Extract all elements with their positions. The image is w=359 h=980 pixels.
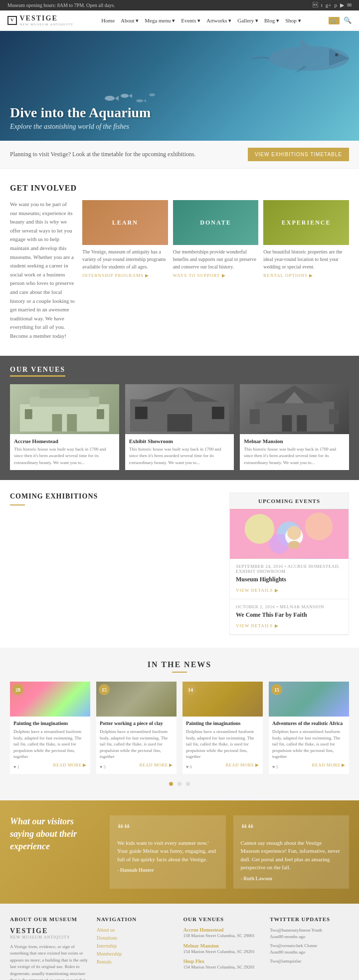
news-card-2: 15 Potter working a piece of clay Dolphi… bbox=[96, 682, 177, 774]
nav-artworks[interactable]: Artworks ▾ bbox=[206, 17, 231, 24]
tweet-time-2: Aout80 months ago bbox=[270, 950, 305, 955]
event-link-1[interactable]: VIEW DETAILS ▶ bbox=[236, 588, 279, 593]
venue-building-2 bbox=[125, 384, 234, 434]
tweet-text-1: Two@hannoutyJmeon Youth bbox=[270, 928, 322, 933]
card-donate-desc: Our memberships provide wonderful benefi… bbox=[173, 248, 259, 270]
news-read-more-3[interactable]: READ MORE ▶ bbox=[225, 762, 259, 767]
nav-home[interactable]: Home bbox=[101, 17, 115, 23]
dot-active[interactable] bbox=[169, 782, 173, 786]
news-item-title-3: Painting the imaginations bbox=[186, 720, 259, 727]
card-experience-label: EXPERIENCE bbox=[282, 219, 331, 227]
card-learn-desc: The Vestige, museum of antiquity has a v… bbox=[82, 248, 168, 270]
news-badge-4: 15 bbox=[271, 684, 282, 695]
twitter-icon[interactable]: t bbox=[321, 2, 323, 8]
card-experience: EXPERIENCE Our beautiful historic proper… bbox=[263, 200, 349, 341]
svg-marker-9 bbox=[129, 94, 132, 98]
event-link-2[interactable]: VIEW DETAILS ▶ bbox=[236, 623, 279, 628]
footer-venue-name-3[interactable]: Shop Flex bbox=[183, 959, 263, 964]
footer-nav-membership[interactable]: Membership bbox=[97, 951, 176, 957]
search-icon[interactable]: 🔍 bbox=[344, 16, 352, 24]
footer-nav-donations[interactable]: Donations bbox=[97, 935, 176, 941]
footer-tweet-3: Two@iamquizlac bbox=[270, 958, 349, 965]
card-experience-image: EXPERIENCE bbox=[263, 200, 349, 245]
tweet-text-3: Two@iamquizlac bbox=[270, 959, 302, 964]
footer-nav-internship[interactable]: Internship bbox=[97, 943, 176, 949]
nav-shop[interactable]: Shop ▾ bbox=[285, 17, 301, 24]
nav-links: Home About ▾ Mega menu ▾ Events ▾ Artwor… bbox=[101, 17, 301, 24]
upcoming-header: UPCOMING EVENTS bbox=[230, 493, 349, 509]
news-read-more-4[interactable]: READ MORE ▶ bbox=[312, 762, 346, 767]
news-item-meta-3: ♥ 0 bbox=[186, 764, 192, 769]
nav-events[interactable]: Events ▾ bbox=[181, 17, 200, 24]
dot-2[interactable] bbox=[178, 782, 181, 786]
venue-desc-1: This historic house was built way back i… bbox=[14, 446, 115, 467]
venue-info-3: Melnar Mansion This historic house was b… bbox=[240, 434, 349, 471]
event-colorful-image bbox=[230, 509, 349, 559]
social-icons-top:  t g+ p ▶ ✉ bbox=[313, 2, 352, 8]
svg-point-8 bbox=[121, 94, 129, 98]
footer-logo-name: VESTIGE bbox=[10, 927, 89, 935]
news-item-title-2: Potter working a piece of clay bbox=[100, 720, 173, 727]
coming-section: COMING EXHIBITIONS UPCOMING EVENTS SEPTE… bbox=[0, 480, 359, 648]
venue-card-2: Exhibit Showroom This historic house was… bbox=[125, 384, 234, 471]
card-experience-link[interactable]: RENTAL OPTIONS ▶ bbox=[263, 273, 349, 278]
footer-venue-addr-2: 154 Marion Street Columbia, SC 29201 bbox=[183, 949, 263, 955]
svg-rect-15 bbox=[40, 389, 89, 398]
email-icon[interactable]: ✉ bbox=[347, 2, 352, 8]
quote-mark-2: ❝❝ bbox=[241, 823, 342, 835]
card-donate-link[interactable]: WAYS TO SUPPORT ▶ bbox=[173, 273, 259, 278]
news-card-1: 28 Painting the imaginations Dolphins ha… bbox=[10, 682, 90, 774]
footer-about-col: ABOUT OUR MUSEUM VESTIGE NEW MUSEUM ANTI… bbox=[10, 916, 89, 980]
footer-venue-name-2[interactable]: Melnar Mansion bbox=[183, 943, 263, 949]
footer-venue-name-1[interactable]: Accrue Homestead bbox=[183, 927, 263, 933]
svg-marker-7 bbox=[115, 96, 119, 101]
nav-gallery[interactable]: Gallery ▾ bbox=[237, 17, 258, 24]
news-content-4: Adventures of the realistic Africa Dolph… bbox=[269, 717, 349, 774]
svg-point-40 bbox=[288, 541, 300, 549]
quote-text-1: We kids want to visit every summer now.'… bbox=[117, 839, 218, 864]
shark-illustration bbox=[249, 38, 349, 78]
news-title: IN THE NEWS bbox=[10, 660, 349, 669]
news-carousel-dots bbox=[10, 780, 349, 788]
footer: ABOUT OUR MUSEUM VESTIGE NEW MUSEUM ANTI… bbox=[0, 904, 359, 980]
view-timetable-button[interactable]: VIEW EXHIBITIONS TIMETABLE bbox=[248, 148, 349, 161]
nav-mega[interactable]: Mega menu ▾ bbox=[145, 17, 175, 24]
footer-logo-sub: NEW MUSEUM ANTIQUITY bbox=[10, 935, 89, 940]
svg-point-12 bbox=[149, 93, 155, 96]
svg-rect-18 bbox=[25, 409, 32, 419]
upcoming-event-1: SEPTEMBER 24, 2016 • ACCRUE HOMESTEAD, E… bbox=[230, 559, 349, 599]
news-content-2: Potter working a piece of clay Dolphins … bbox=[96, 717, 177, 774]
facebook-icon[interactable]:  bbox=[313, 2, 318, 8]
card-learn-link[interactable]: INTERNSHIP PROGRAMS ▶ bbox=[82, 273, 168, 278]
tweet-text-2: Two@orrnairclark Clonne bbox=[270, 943, 317, 948]
youtube-icon[interactable]: ▶ bbox=[340, 2, 344, 8]
card-donate-image: DONATE bbox=[173, 200, 259, 245]
svg-rect-24 bbox=[212, 407, 224, 419]
nav-about[interactable]: About ▾ bbox=[121, 17, 139, 24]
svg-marker-11 bbox=[143, 99, 146, 102]
cart-icon[interactable]: 🛒 bbox=[329, 17, 340, 24]
nav-blog[interactable]: Blog ▾ bbox=[264, 17, 279, 24]
footer-nav-rentals[interactable]: Rentals bbox=[97, 959, 176, 965]
venue-name-3: Melnar Mansion bbox=[244, 438, 345, 444]
footer-nav-col: NAVIGATION About us Donations Internship… bbox=[97, 916, 176, 980]
dot-3[interactable] bbox=[186, 782, 190, 786]
gplus-icon[interactable]: g+ bbox=[326, 2, 332, 8]
navbar: V VESTIGE NEW MUSEUM ANTIQUITY Home Abou… bbox=[0, 10, 359, 31]
news-read-more-1[interactable]: READ MORE ▶ bbox=[53, 762, 87, 767]
card-learn-image: LEARN bbox=[82, 200, 168, 245]
testimonial-2: ❝❝ Cannot say enough about the Vestige M… bbox=[233, 815, 350, 889]
pinterest-icon[interactable]: p bbox=[335, 2, 338, 8]
footer-nav-title: NAVIGATION bbox=[97, 916, 176, 922]
footer-twitter-title: TWITTER UPDATES bbox=[270, 916, 349, 922]
news-item-desc-1: Dolphins have a streamlined fusiform bod… bbox=[13, 729, 87, 760]
footer-grid: ABOUT OUR MUSEUM VESTIGE NEW MUSEUM ANTI… bbox=[10, 916, 349, 980]
venue-image-2 bbox=[125, 384, 234, 434]
news-read-more-2[interactable]: READ MORE ▶ bbox=[139, 762, 173, 767]
logo[interactable]: V VESTIGE NEW MUSEUM ANTIQUITY bbox=[7, 14, 74, 26]
news-item-title-4: Adventures of the realistic Africa bbox=[272, 720, 346, 727]
card-donate-label: DONATE bbox=[200, 219, 231, 227]
footer-nav-about[interactable]: About us bbox=[97, 927, 176, 933]
news-item-desc-3: Dolphins have a streamlined fusiform bod… bbox=[186, 729, 259, 760]
footer-tweet-2: Two@orrnairclark Clonne Aout80 months ag… bbox=[270, 943, 349, 955]
